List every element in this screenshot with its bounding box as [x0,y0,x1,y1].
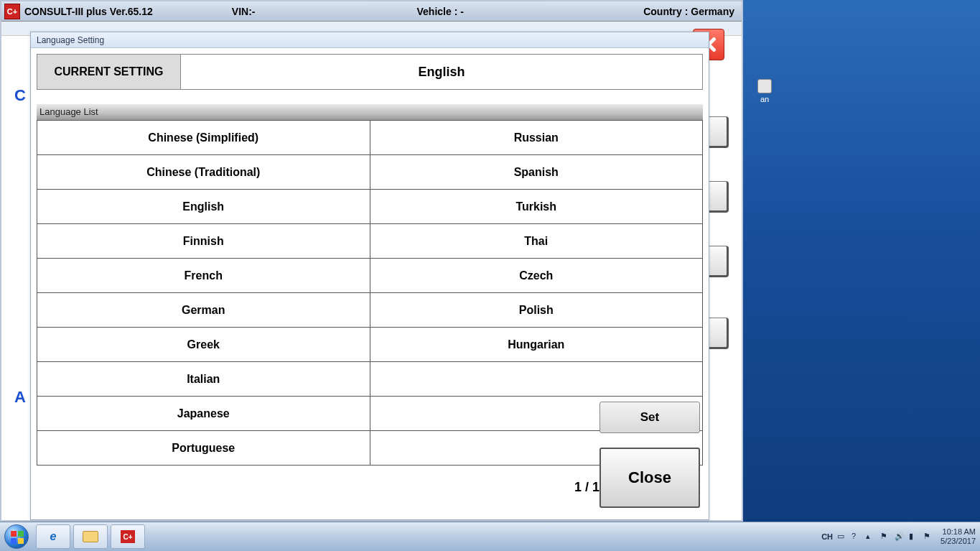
taskbar-consult-button[interactable]: C+ [111,524,145,549]
current-setting-label: CURRENT SETTING [37,55,181,89]
vin-label: VIN:- [232,6,256,17]
language-option[interactable]: Chinese (Simplified) [37,120,370,154]
language-option[interactable]: English [37,189,370,223]
desktop-icon-glyph [757,79,772,93]
start-button[interactable] [0,522,33,551]
language-setting-dialog: Language Setting CURRENT SETTING English… [30,32,709,520]
dialog-action-column: Set Close [599,402,700,508]
system-tray: CH ▭ ? ▴ ⚑ 🔊 ▮ ⚑ 10:18 AM 5/23/2017 [821,527,980,546]
tray-network-icon[interactable]: ▮ [909,532,919,542]
app-icon: C+ [4,4,20,19]
language-row: Chinese (Simplified)Russian [37,120,702,154]
taskbar-explorer-button[interactable] [73,524,108,549]
taskbar-ie-button[interactable] [36,524,70,549]
page-indicator: 1 / 1 [574,480,599,495]
tray-battery-icon[interactable]: ▭ [837,532,847,542]
tray-time: 10:18 AM [941,527,976,537]
language-list-header: Language List [37,104,703,120]
vehicle-label: Vehicle : - [416,6,463,17]
language-option[interactable]: German [37,292,370,327]
tray-date: 5/23/2017 [941,537,976,546]
taskbar: C+ CH ▭ ? ▴ ⚑ 🔊 ▮ ⚑ 10:18 AM 5/23/2017 [0,522,980,551]
tray-shield-icon[interactable]: ⚑ [923,532,933,542]
app-window: C+ CONSULT-III plus Ver.65.12 VIN:- Vehi… [0,0,743,522]
country-label: Country : Germany [643,6,734,17]
language-row: GreekHungarian [37,327,702,361]
desktop-icon-label: an [760,95,769,103]
app-version: Ver.65.12 [110,6,153,17]
set-button[interactable]: Set [599,402,700,433]
language-option[interactable]: Czech [370,258,703,292]
windows-logo-icon [4,524,29,549]
tray-language-indicator[interactable]: CH [821,532,833,541]
language-cell-empty [370,361,703,396]
desktop-icon[interactable]: an [743,79,786,103]
app-header: C+ CONSULT-III plus Ver.65.12 VIN:- Vehi… [1,1,742,22]
folder-icon [83,531,98,542]
bg-heading-c: C [14,86,26,105]
current-setting-row: CURRENT SETTING English [37,54,703,90]
language-row: FrenchCzech [37,258,702,292]
language-option[interactable]: Polish [370,292,703,327]
bg-heading-a: A [14,388,26,407]
language-option[interactable]: Spanish [370,154,703,189]
tray-action-center-icon[interactable]: ⚑ [880,532,890,542]
tray-clock[interactable]: 10:18 AM 5/23/2017 [941,527,976,546]
tray-help-icon[interactable]: ? [851,532,862,542]
language-option[interactable]: Japanese [37,396,370,430]
language-option[interactable]: French [37,258,370,292]
language-option[interactable]: Thai [370,223,703,258]
language-row: Chinese (Traditional)Spanish [37,154,702,189]
language-option[interactable]: Turkish [370,189,703,223]
dialog-title: Language Setting [31,32,709,48]
language-option[interactable]: Russian [370,120,703,154]
language-option[interactable]: Greek [37,327,370,361]
language-option[interactable]: Chinese (Traditional) [37,154,370,189]
language-row: Italian [37,361,702,396]
language-row: FinnishThai [37,223,702,258]
language-option[interactable]: Portuguese [37,430,370,465]
current-setting-value: English [181,55,702,89]
language-row: EnglishTurkish [37,189,702,223]
close-button[interactable]: Close [599,448,700,508]
app-title: CONSULT-III plus [24,6,107,17]
language-option[interactable]: Hungarian [370,327,703,361]
language-option[interactable]: Italian [37,361,370,396]
language-option[interactable]: Finnish [37,223,370,258]
tray-chevron-up-icon[interactable]: ▴ [866,532,876,542]
language-row: GermanPolish [37,292,702,327]
consult-icon: C+ [121,530,135,543]
tray-volume-icon[interactable]: 🔊 [895,532,905,542]
